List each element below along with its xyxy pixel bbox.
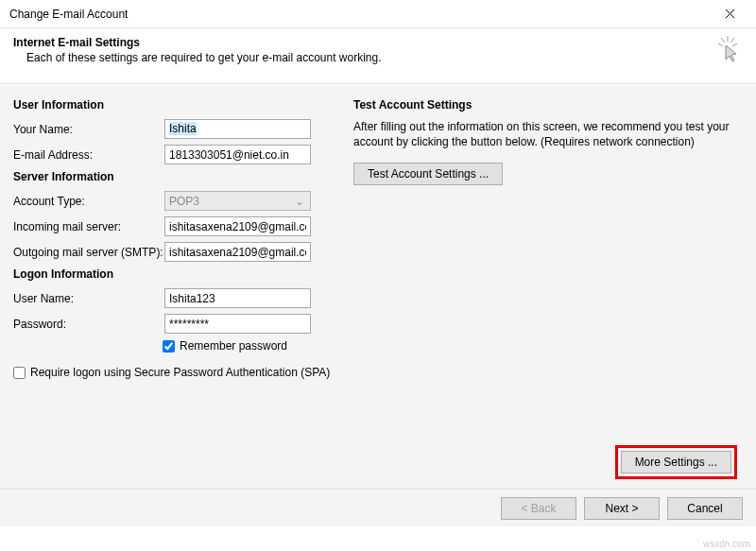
close-button[interactable] bbox=[711, 1, 748, 27]
cancel-button[interactable]: Cancel bbox=[667, 497, 743, 520]
close-icon bbox=[725, 9, 735, 19]
test-description: After filling out the information on thi… bbox=[353, 119, 743, 149]
remember-password-label: Remember password bbox=[180, 339, 287, 353]
svg-line-5 bbox=[721, 38, 725, 43]
email-label: E-mail Address: bbox=[13, 148, 164, 162]
username-input[interactable] bbox=[164, 288, 311, 308]
chevron-down-icon: ⌄ bbox=[293, 195, 306, 208]
account-type-value: POP3 bbox=[169, 195, 199, 208]
email-input[interactable] bbox=[164, 145, 311, 164]
require-spa-row: Require logon using Secure Password Auth… bbox=[13, 366, 344, 379]
dialog-footer: < Back Next > Cancel bbox=[0, 489, 756, 526]
title-bar: Change E-mail Account bbox=[0, 0, 756, 28]
your-name-label: Your Name: bbox=[13, 123, 164, 136]
test-account-button[interactable]: Test Account Settings ... bbox=[353, 163, 503, 185]
outgoing-server-label: Outgoing mail server (SMTP): bbox=[13, 246, 164, 259]
username-label: User Name: bbox=[13, 292, 164, 305]
watermark: wsxdn.com bbox=[703, 539, 750, 549]
incoming-server-label: Incoming mail server: bbox=[13, 220, 164, 233]
svg-line-6 bbox=[730, 38, 734, 43]
account-type-label: Account Type: bbox=[13, 195, 164, 208]
incoming-server-input[interactable] bbox=[164, 216, 311, 236]
password-label: Password: bbox=[13, 318, 164, 331]
require-spa-label: Require logon using Secure Password Auth… bbox=[30, 366, 330, 379]
header-subtitle: Each of these settings are required to g… bbox=[26, 51, 382, 64]
header-title: Internet E-mail Settings bbox=[13, 36, 382, 49]
more-settings-highlight: More Settings ... bbox=[615, 445, 737, 479]
next-button[interactable]: Next > bbox=[584, 497, 660, 520]
remember-password-checkbox[interactable] bbox=[163, 340, 175, 353]
password-input[interactable] bbox=[164, 314, 311, 334]
remember-password-row: Remember password bbox=[163, 339, 344, 353]
section-user-info: User Information bbox=[13, 98, 344, 112]
your-name-input[interactable] bbox=[164, 119, 311, 139]
left-column: User Information Your Name: Ishita E-mai… bbox=[13, 98, 344, 489]
window-title: Change E-mail Account bbox=[9, 8, 128, 21]
svg-line-3 bbox=[718, 43, 723, 46]
svg-line-4 bbox=[732, 43, 737, 46]
dialog-header: Internet E-mail Settings Each of these s… bbox=[0, 28, 756, 84]
section-server-info: Server Information bbox=[13, 170, 344, 183]
cursor-sparkle-icon bbox=[716, 36, 739, 62]
account-type-combo: POP3 ⌄ bbox=[164, 191, 311, 211]
back-button: < Back bbox=[501, 497, 576, 520]
dialog-content: User Information Your Name: Ishita E-mai… bbox=[0, 84, 756, 489]
test-section-title: Test Account Settings bbox=[353, 98, 743, 112]
right-column: Test Account Settings After filling out … bbox=[344, 98, 743, 489]
require-spa-checkbox[interactable] bbox=[13, 367, 26, 379]
more-settings-button[interactable]: More Settings ... bbox=[621, 451, 731, 474]
section-logon-info: Logon Information bbox=[13, 267, 344, 281]
outgoing-server-input[interactable] bbox=[164, 242, 311, 262]
